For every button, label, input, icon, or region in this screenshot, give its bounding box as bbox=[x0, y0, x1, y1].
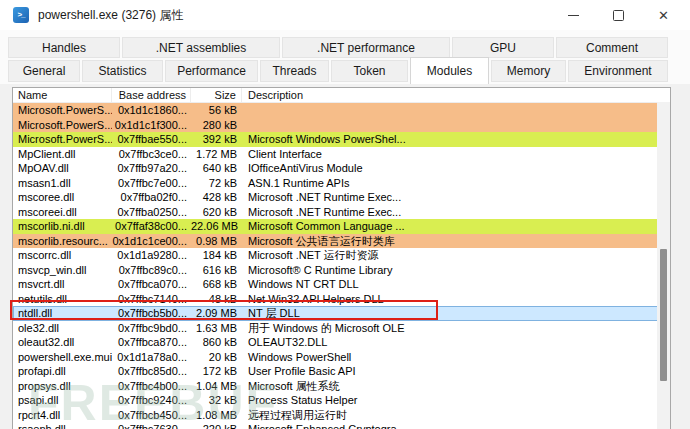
module-row-mpclient-dll[interactable]: MpClient.dll0x7ffbc3ce0...1.72 MBClient … bbox=[13, 147, 670, 162]
module-row-psapi-dll[interactable]: psapi.dll0x7ffbc9240...32 kBProcess Stat… bbox=[13, 393, 670, 408]
cell-desc: Microsoft .NET Runtime Exec... bbox=[242, 190, 670, 205]
cell-desc: Microsoft 属性系统 bbox=[242, 379, 670, 394]
cell-name: Microsoft.PowerS... bbox=[13, 118, 112, 133]
module-row-mscoree-dll[interactable]: mscoree.dll0x7ffba02f0...428 kBMicrosoft… bbox=[13, 190, 670, 205]
module-row-powershell-exe-mui[interactable]: powershell.exe.mui0x1d1a78a0...20 kBWind… bbox=[13, 350, 670, 365]
module-row-msasn1-dll[interactable]: msasn1.dll0x7ffbc7e00...72 kBASN.1 Runti… bbox=[13, 176, 670, 191]
scrollbar-thumb[interactable] bbox=[660, 249, 667, 381]
cell-base: 0x7ffbca070... bbox=[112, 277, 191, 292]
cell-desc: ASN.1 Runtime APIs bbox=[242, 176, 670, 191]
tab-net-assemblies[interactable]: .NET assemblies bbox=[122, 37, 280, 58]
cell-size: 860 kB bbox=[191, 335, 242, 350]
cell-desc: Microsoft .NET 运行时资源 bbox=[242, 248, 670, 263]
cell-name: msvcp_win.dll bbox=[13, 263, 112, 278]
cell-desc: Windows PowerShell bbox=[242, 350, 670, 365]
cell-size: 616 kB bbox=[191, 263, 242, 278]
cell-name: ntdll.dll bbox=[13, 306, 112, 321]
cell-name: Microsoft.PowerS... bbox=[13, 132, 112, 147]
cell-base: 0x7ffbc85d0... bbox=[112, 364, 191, 379]
cell-size: 428 kB bbox=[191, 190, 242, 205]
cell-base: 0x7ffbae550... bbox=[112, 132, 191, 147]
tab-modules[interactable]: Modules bbox=[410, 57, 489, 84]
cell-name: ole32.dll bbox=[13, 321, 112, 336]
cell-name: msvcrt.dll bbox=[13, 277, 112, 292]
cell-size: 32 kB bbox=[191, 393, 242, 408]
tab-token[interactable]: Token bbox=[331, 60, 408, 82]
module-row-msvcrt-dll[interactable]: msvcrt.dll0x7ffbca070...668 kBWindows NT… bbox=[13, 277, 670, 292]
cell-desc: Client Interface bbox=[242, 147, 670, 162]
cell-size: 72 kB bbox=[191, 176, 242, 191]
cell-base: 0x7ffbc7e00... bbox=[112, 176, 191, 191]
module-row-profapi-dll[interactable]: profapi.dll0x7ffbc85d0...172 kBUser Prof… bbox=[13, 364, 670, 379]
modules-rows: Microsoft.PowerS...0x1d1c1860...56 kBMic… bbox=[13, 103, 670, 429]
cell-name: MpClient.dll bbox=[13, 147, 112, 162]
cell-size: 56 kB bbox=[191, 103, 242, 118]
vertical-scrollbar[interactable] bbox=[657, 102, 670, 429]
cell-desc: OLEAUT32.DLL bbox=[242, 335, 670, 350]
tab-handles[interactable]: Handles bbox=[8, 37, 120, 58]
cell-desc: Net Win32 API Helpers DLL bbox=[242, 292, 670, 307]
tab-gpu[interactable]: GPU bbox=[452, 37, 554, 58]
cell-size: 20 kB bbox=[191, 350, 242, 365]
module-row-ntdll-dll[interactable]: ntdll.dll0x7ffbcb5b0...2.09 MBNT 层 DLL bbox=[13, 306, 670, 321]
tab-threads[interactable]: Threads bbox=[260, 60, 329, 82]
maximize-button[interactable] bbox=[596, 0, 641, 30]
cell-name: oleaut32.dll bbox=[13, 335, 112, 350]
module-row-msvcp-win-dll[interactable]: msvcp_win.dll0x7ffbc89c0...616 kBMicroso… bbox=[13, 263, 670, 278]
module-row-ole32-dll[interactable]: ole32.dll0x7ffbc9bd0...1.63 MB用于 Windows… bbox=[13, 321, 670, 336]
cell-size: 392 kB bbox=[191, 132, 242, 147]
cell-name: propsys.dll bbox=[13, 379, 112, 394]
module-row-propsys-dll[interactable]: propsys.dll0x7ffbc4b00...1.04 MBMicrosof… bbox=[13, 379, 670, 394]
cell-desc: Microsoft Common Language ... bbox=[242, 219, 670, 234]
cell-size: 220 kB bbox=[191, 422, 242, 429]
window-title: powershell.exe (3276) 属性 bbox=[38, 7, 183, 24]
column-header-name[interactable]: Name bbox=[13, 88, 112, 102]
cell-name: mscorlib.ni.dll bbox=[13, 219, 112, 234]
module-row-mscorlib-resourc[interactable]: mscorlib.resourc...0x1d1c1ce00...0.98 MB… bbox=[13, 234, 670, 249]
cell-name: mscoreei.dll bbox=[13, 205, 112, 220]
cell-size: 172 kB bbox=[191, 364, 242, 379]
tab-row-primary: Handles.NET assemblies.NET performanceGP… bbox=[0, 37, 690, 58]
cell-name: rsaenh.dll bbox=[13, 422, 112, 429]
cell-size: 1.63 MB bbox=[191, 321, 242, 336]
tab-statistics[interactable]: Statistics bbox=[82, 60, 163, 82]
column-header-base-address[interactable]: Base address bbox=[112, 88, 191, 102]
cell-desc: 用于 Windows 的 Microsoft OLE bbox=[242, 321, 670, 336]
close-button[interactable]: ✕ bbox=[641, 0, 686, 30]
cell-name: mscorlib.resourc... bbox=[13, 234, 112, 249]
module-row-oleaut32-dll[interactable]: oleaut32.dll0x7ffbca870...860 kBOLEAUT32… bbox=[13, 335, 670, 350]
module-row-rsaenh-dll[interactable]: rsaenh.dll0x7ffbc7630...220 kBMicrosoft … bbox=[13, 422, 670, 429]
module-row-mpoav-dll[interactable]: MpOAV.dll0x7ffb97a20...640 kBIOfficeAnti… bbox=[13, 161, 670, 176]
cell-base: 0x1d1c1ce00... bbox=[112, 234, 191, 249]
module-row-mscorlib-ni-dll[interactable]: mscorlib.ni.dll0x7ffaf38c00...22.06 MBMi… bbox=[13, 219, 670, 234]
tab-net-performance[interactable]: .NET performance bbox=[282, 37, 450, 58]
module-row-rpcrt4-dll[interactable]: rpcrt4.dll0x7ffbcb450...1.08 MB远程过程调用运行时 bbox=[13, 408, 670, 423]
module-row-microsoft-powers[interactable]: Microsoft.PowerS...0x7ffbae550...392 kBM… bbox=[13, 132, 670, 147]
tab-comment[interactable]: Comment bbox=[556, 37, 668, 58]
module-row-mscorrc-dll[interactable]: mscorrc.dll0x1d1a9280...184 kBMicrosoft … bbox=[13, 248, 670, 263]
modules-list[interactable]: Name Base address Size Description Micro… bbox=[12, 87, 671, 429]
module-row-mscoreei-dll[interactable]: mscoreei.dll0x7ffba0250...620 kBMicrosof… bbox=[13, 205, 670, 220]
module-row-microsoft-powers[interactable]: Microsoft.PowerS...0x1d1c1f300...280 kB bbox=[13, 118, 670, 133]
module-row-netutils-dll[interactable]: netutils.dll0x7ffbc7140...48 kBNet Win32… bbox=[13, 292, 670, 307]
modules-page: Name Base address Size Description Micro… bbox=[0, 84, 690, 429]
cell-name: psapi.dll bbox=[13, 393, 112, 408]
cell-size: 640 kB bbox=[191, 161, 242, 176]
cell-size: 1.72 MB bbox=[191, 147, 242, 162]
cell-size: 620 kB bbox=[191, 205, 242, 220]
title-bar: >_ powershell.exe (3276) 属性 ✕ bbox=[0, 0, 690, 30]
cell-name: Microsoft.PowerS... bbox=[13, 103, 112, 118]
tab-performance[interactable]: Performance bbox=[165, 60, 258, 82]
cell-desc: NT 层 DLL bbox=[242, 306, 670, 321]
tab-memory[interactable]: Memory bbox=[491, 60, 566, 82]
cell-base: 0x7ffbcb450... bbox=[112, 408, 191, 423]
minimize-button[interactable] bbox=[551, 0, 596, 30]
cell-base: 0x7ffbca870... bbox=[112, 335, 191, 350]
cell-base: 0x7ffb97a20... bbox=[112, 161, 191, 176]
column-header-size[interactable]: Size bbox=[191, 88, 242, 102]
tab-environment[interactable]: Environment bbox=[568, 60, 668, 82]
column-header-description[interactable]: Description bbox=[242, 88, 670, 102]
module-row-microsoft-powers[interactable]: Microsoft.PowerS...0x1d1c1860...56 kB bbox=[13, 103, 670, 118]
tab-general[interactable]: General bbox=[8, 60, 80, 82]
cell-desc: 远程过程调用运行时 bbox=[242, 408, 670, 423]
